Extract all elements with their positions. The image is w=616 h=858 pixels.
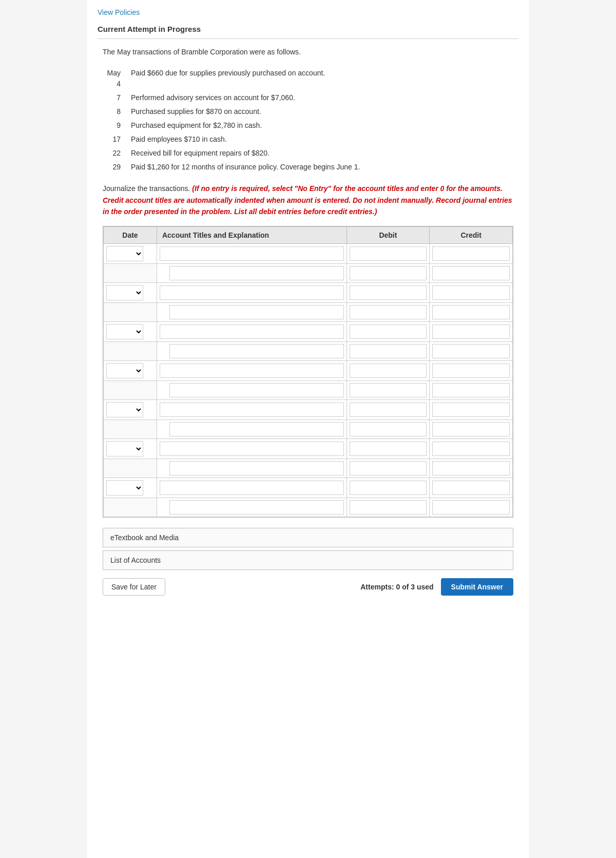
account-input-14[interactable] <box>169 500 344 514</box>
account-input-6[interactable] <box>169 344 344 358</box>
debit-input-13[interactable] <box>350 481 427 495</box>
date-select-11[interactable] <box>106 441 143 456</box>
date-cell-empty <box>104 302 157 321</box>
debit-input-14[interactable] <box>350 500 427 514</box>
date-cell <box>104 282 157 302</box>
list-item: May 4 Paid $660 due for supplies previou… <box>103 68 513 89</box>
list-item: 29 Paid $1,260 for 12 months of insuranc… <box>103 162 513 173</box>
credit-cell <box>430 263 513 282</box>
date-cell-empty <box>104 263 157 282</box>
debit-cell <box>346 360 430 380</box>
account-input-13[interactable] <box>160 481 344 495</box>
credit-cell <box>430 399 513 420</box>
credit-input-4[interactable] <box>432 305 510 319</box>
account-cell <box>157 420 346 438</box>
account-input-12[interactable] <box>169 461 344 475</box>
account-input-9[interactable] <box>160 403 344 417</box>
date-cell <box>104 321 157 341</box>
debit-input-2[interactable] <box>350 266 427 280</box>
account-input-11[interactable] <box>160 442 344 456</box>
credit-input-1[interactable] <box>432 246 510 261</box>
date-select-3[interactable] <box>106 285 143 300</box>
account-input-4[interactable] <box>169 305 344 319</box>
account-cell <box>157 438 346 459</box>
debit-input-8[interactable] <box>350 383 427 397</box>
table-row <box>104 420 513 438</box>
debit-cell <box>346 438 430 459</box>
debit-input-11[interactable] <box>350 442 427 456</box>
credit-input-13[interactable] <box>432 481 510 495</box>
trans-date: 17 <box>103 134 131 145</box>
col-account-titles: Account Titles and Explanation <box>157 226 346 243</box>
debit-input-1[interactable] <box>350 246 427 261</box>
credit-input-12[interactable] <box>432 461 510 475</box>
table-row <box>104 302 513 321</box>
credit-cell <box>430 341 513 360</box>
account-cell <box>157 263 346 282</box>
trans-desc: Paid employees $710 in cash. <box>131 134 513 145</box>
account-input-10[interactable] <box>169 422 344 436</box>
table-row <box>104 341 513 360</box>
journal-table: Date Account Titles and Explanation Debi… <box>103 226 513 517</box>
table-header-row: Date Account Titles and Explanation Debi… <box>104 226 513 243</box>
etextbook-link[interactable]: eTextbook and Media <box>103 528 513 547</box>
account-cell <box>157 478 346 498</box>
submit-answer-button[interactable]: Submit Answer <box>441 578 513 596</box>
credit-input-2[interactable] <box>432 266 510 280</box>
credit-input-3[interactable] <box>432 285 510 300</box>
credit-cell <box>430 302 513 321</box>
account-cell <box>157 399 346 420</box>
trans-date: May 4 <box>103 68 131 89</box>
date-select-5[interactable] <box>106 324 143 339</box>
credit-input-6[interactable] <box>432 344 510 358</box>
account-input-7[interactable] <box>160 364 344 378</box>
debit-input-7[interactable] <box>350 364 427 378</box>
credit-input-11[interactable] <box>432 442 510 456</box>
debit-input-10[interactable] <box>350 422 427 436</box>
debit-input-9[interactable] <box>350 403 427 417</box>
date-select-7[interactable] <box>106 363 143 378</box>
debit-input-12[interactable] <box>350 461 427 475</box>
list-of-accounts-link[interactable]: List of Accounts <box>103 550 513 570</box>
table-row <box>104 438 513 459</box>
table-row <box>104 263 513 282</box>
journal-table-wrapper: Date Account Titles and Explanation Debi… <box>103 226 513 518</box>
date-select-1[interactable] <box>106 246 143 261</box>
account-input-1[interactable] <box>160 246 344 261</box>
credit-input-10[interactable] <box>432 422 510 436</box>
credit-cell <box>430 478 513 498</box>
account-input-2[interactable] <box>169 266 344 280</box>
list-item: 7 Performed advisory services on account… <box>103 92 513 103</box>
list-item: 8 Purchased supplies for $870 on account… <box>103 106 513 117</box>
trans-date: 7 <box>103 92 131 103</box>
save-for-later-button[interactable]: Save for Later <box>103 578 165 596</box>
debit-cell <box>346 498 430 517</box>
debit-input-4[interactable] <box>350 305 427 319</box>
problem-statement: The May transactions of Bramble Corporat… <box>103 46 513 58</box>
date-cell-empty <box>104 459 157 478</box>
attempts-text: Attempts: 0 of 3 used <box>360 583 433 591</box>
credit-input-7[interactable] <box>432 364 510 378</box>
account-input-5[interactable] <box>160 325 344 339</box>
debit-cell <box>346 263 430 282</box>
account-input-8[interactable] <box>169 383 344 397</box>
footer-left: Save for Later <box>103 578 353 596</box>
view-policies-link[interactable]: View Policies <box>98 8 140 16</box>
credit-input-8[interactable] <box>432 383 510 397</box>
credit-input-14[interactable] <box>432 500 510 514</box>
date-cell-empty <box>104 380 157 399</box>
date-cell <box>104 360 157 380</box>
credit-input-9[interactable] <box>432 403 510 417</box>
trans-desc: Performed advisory services on account f… <box>131 92 513 103</box>
date-select-9[interactable] <box>106 402 143 417</box>
date-select-13[interactable] <box>106 480 143 495</box>
table-row <box>104 243 513 263</box>
table-row <box>104 380 513 399</box>
attempt-heading: Current Attempt in Progress <box>98 25 518 39</box>
debit-input-3[interactable] <box>350 285 427 300</box>
credit-input-5[interactable] <box>432 325 510 339</box>
debit-input-6[interactable] <box>350 344 427 358</box>
debit-input-5[interactable] <box>350 325 427 339</box>
account-cell <box>157 380 346 399</box>
account-input-3[interactable] <box>160 285 344 300</box>
